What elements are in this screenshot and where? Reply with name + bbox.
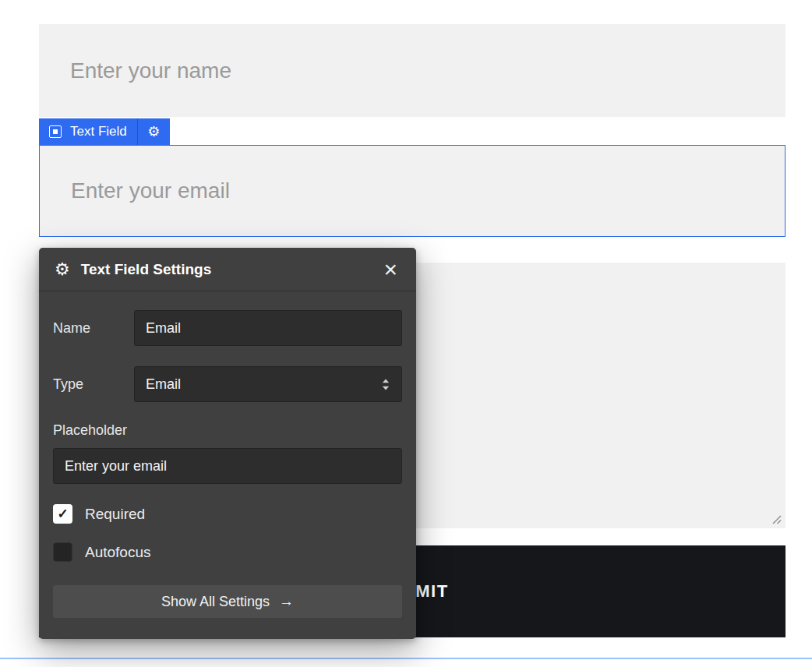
name-field[interactable]: [39, 24, 786, 117]
gear-icon: ⚙: [147, 125, 160, 139]
show-all-settings-button[interactable]: Show All Settings →: [53, 585, 402, 618]
placeholder-setting-input[interactable]: [53, 448, 402, 484]
name-setting-label: Name: [53, 320, 134, 337]
selected-element-label: Text Field: [70, 124, 127, 139]
required-checkbox[interactable]: ✓: [53, 504, 72, 524]
autofocus-checkbox-row[interactable]: Autofocus: [53, 542, 402, 562]
email-field[interactable]: [39, 145, 786, 237]
placeholder-setting-label: Placeholder: [53, 422, 402, 439]
text-field-icon: [49, 125, 62, 138]
arrow-right-icon: →: [279, 593, 294, 610]
name-setting-input[interactable]: [134, 310, 402, 346]
type-select[interactable]: Email: [134, 366, 402, 402]
close-icon[interactable]: ×: [382, 261, 399, 278]
form-builder-canvas: Text Field ⚙ SUBMIT ⚙ Text Field Setting…: [0, 0, 812, 667]
open-settings-button[interactable]: ⚙: [137, 118, 170, 145]
autofocus-checkbox-label: Autofocus: [85, 544, 151, 561]
name-setting-row: Name: [53, 310, 402, 346]
autofocus-checkbox[interactable]: [53, 542, 72, 562]
form-boundary-line: [0, 658, 812, 659]
type-select-value: Email: [146, 376, 181, 393]
text-field-settings-panel: ⚙ Text Field Settings × Name Type Email: [39, 248, 416, 639]
settings-panel-header: ⚙ Text Field Settings ×: [39, 248, 416, 291]
show-all-settings-label: Show All Settings: [161, 594, 270, 610]
resize-handle-icon[interactable]: [771, 513, 782, 524]
gear-icon: ⚙: [55, 261, 70, 278]
required-checkbox-row[interactable]: ✓ Required: [53, 504, 402, 524]
selected-element-badge: Text Field ⚙: [39, 118, 170, 145]
required-checkbox-label: Required: [85, 506, 145, 523]
select-chevrons-icon: [381, 378, 390, 391]
type-setting-row: Type Email: [53, 366, 402, 402]
type-setting-label: Type: [53, 376, 134, 393]
settings-panel-body: Name Type Email Placeholder ✓: [39, 291, 416, 632]
settings-panel-title: Text Field Settings: [81, 261, 372, 278]
select-element-button[interactable]: Text Field: [39, 118, 137, 145]
checkmark-icon: ✓: [57, 506, 68, 522]
